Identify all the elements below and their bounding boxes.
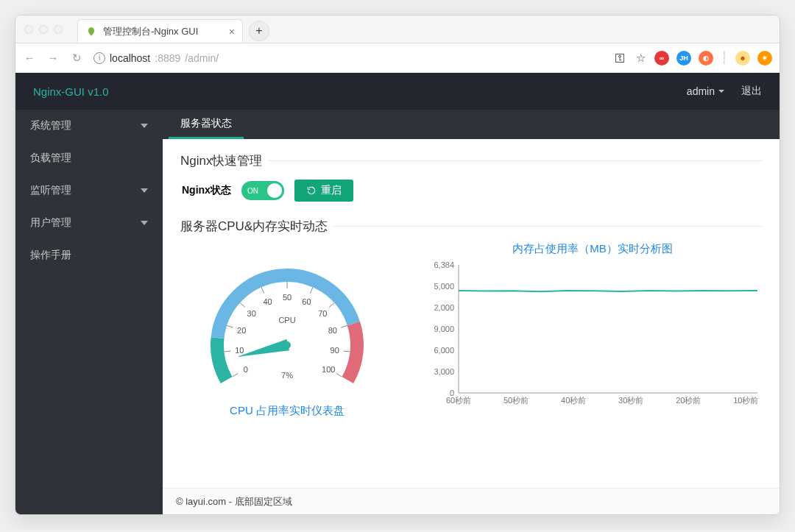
gauge-svg: 0102030405060708090100CPU7%	[191, 242, 383, 397]
svg-text:30: 30	[247, 309, 256, 318]
footer: © layui.com - 底部固定区域	[163, 488, 780, 514]
status-label: Nginx状态	[182, 184, 231, 197]
sidebar-item-listen[interactable]: 监听管理	[15, 174, 163, 207]
svg-point-24	[283, 341, 291, 349]
section-realtime: 服务器CPU&内存实时动态 0102030405060708090100CPU7…	[180, 218, 762, 418]
app-body: 系统管理 负载管理 监听管理 用户管理 操作手册 服务器状态 Nginx快速管理…	[15, 110, 780, 514]
browser-toolbar: ← → ↻ i localhost:8889/admin/ ⚿ ☆ ∞ JH ◐…	[15, 43, 780, 73]
app-topbar: Nginx-GUI v1.0 admin 退出	[15, 73, 780, 110]
sidebar-item-manual[interactable]: 操作手册	[15, 239, 163, 272]
restart-button[interactable]: 重启	[294, 180, 353, 202]
sidebar: 系统管理 负载管理 监听管理 用户管理 操作手册	[15, 110, 163, 514]
svg-text:3,000: 3,000	[434, 367, 454, 376]
svg-text:20秒前: 20秒前	[676, 396, 701, 405]
main: 服务器状态 Nginx快速管理 Nginx状态 ON 重启	[163, 110, 780, 514]
toolbar-right: ⚿ ☆ ∞ JH ◐ ┆ ☻ ✶	[613, 51, 772, 65]
line-title: 内存占使用率（MB）实时分析图	[423, 242, 762, 256]
svg-marker-23	[237, 339, 289, 357]
svg-text:70: 70	[318, 309, 327, 318]
url-port: :8889	[155, 52, 180, 64]
status-switch[interactable]: ON	[241, 181, 284, 200]
window-controls	[24, 25, 77, 43]
svg-line-20	[336, 374, 342, 377]
nginx-status-row: Nginx状态 ON 重启	[180, 169, 762, 205]
tab-title: 管理控制台-Nginx GUI	[103, 25, 198, 38]
ext-icon-2[interactable]: JH	[676, 51, 691, 65]
svg-text:90: 90	[331, 346, 339, 355]
user-menu[interactable]: admin	[687, 85, 725, 97]
chevron-down-icon	[141, 124, 148, 128]
svg-text:10: 10	[235, 346, 244, 355]
sidebar-item-label: 负载管理	[30, 152, 71, 165]
site-info-icon[interactable]: i	[93, 52, 105, 64]
restart-label: 重启	[321, 184, 342, 197]
section-title: 服务器CPU&内存实时动态	[180, 218, 333, 235]
key-icon[interactable]: ⚿	[613, 52, 626, 64]
svg-text:100: 100	[322, 365, 335, 374]
svg-line-0	[233, 374, 239, 377]
new-tab-button[interactable]: +	[249, 21, 269, 41]
svg-text:6,000: 6,000	[434, 346, 454, 355]
svg-line-16	[341, 325, 347, 327]
refresh-icon	[306, 185, 317, 196]
ext-icon-1[interactable]: ∞	[654, 51, 669, 65]
svg-text:2,000: 2,000	[434, 303, 454, 312]
titlebar: 管理控制台-Nginx GUI × +	[15, 15, 780, 43]
sidebar-item-system[interactable]: 系统管理	[15, 110, 163, 142]
sidebar-item-load[interactable]: 负载管理	[15, 142, 163, 174]
forward-icon[interactable]: →	[46, 52, 60, 64]
back-icon[interactable]: ←	[23, 52, 36, 64]
tab-server-status[interactable]: 服务器状态	[169, 110, 244, 139]
url-host: localhost	[110, 52, 150, 64]
ext-icon-3[interactable]: ◐	[699, 51, 713, 65]
chevron-down-icon	[141, 221, 148, 225]
address-bar[interactable]: i localhost:8889/admin/	[93, 52, 603, 64]
svg-text:40: 40	[263, 297, 272, 306]
minimize-dot[interactable]	[39, 25, 48, 34]
svg-text:50秒前: 50秒前	[504, 396, 529, 405]
ext-icon-5[interactable]: ✶	[757, 51, 772, 65]
topbar-right: admin 退出	[687, 85, 762, 98]
content: Nginx快速管理 Nginx状态 ON 重启 服务器CPU&内存实时动态	[163, 139, 780, 488]
svg-text:7%: 7%	[281, 371, 293, 380]
svg-line-14	[329, 302, 334, 307]
user-name: admin	[687, 85, 715, 97]
close-tab-icon[interactable]: ×	[229, 26, 235, 38]
memory-chart: 内存占使用率（MB）实时分析图 6,3845,0002,0009,0006,00…	[423, 242, 762, 418]
ext-icon-4[interactable]: ☻	[735, 51, 750, 65]
svg-line-2	[224, 351, 230, 352]
svg-text:60秒前: 60秒前	[446, 396, 471, 405]
sidebar-item-label: 用户管理	[30, 216, 71, 230]
brand: Nginx-GUI v1.0	[33, 85, 109, 98]
svg-line-12	[310, 287, 313, 293]
chevron-down-icon	[141, 188, 148, 193]
svg-line-18	[344, 351, 350, 352]
svg-text:10秒前: 10秒前	[733, 396, 758, 405]
sidebar-item-user[interactable]: 用户管理	[15, 207, 163, 239]
app: Nginx-GUI v1.0 admin 退出 系统管理 负载管理 监听管理 用…	[15, 73, 780, 514]
close-dot[interactable]	[24, 25, 33, 34]
reload-icon[interactable]: ↻	[70, 52, 83, 65]
cpu-gauge: 0102030405060708090100CPU7% CPU 占用率实时仪表盘	[180, 242, 394, 418]
svg-text:0: 0	[244, 365, 248, 374]
section-quick-manage: Nginx快速管理 Nginx状态 ON 重启	[180, 152, 762, 205]
footer-text: © layui.com - 底部固定区域	[176, 495, 292, 508]
svg-line-6	[240, 302, 245, 307]
zoom-dot[interactable]	[54, 25, 63, 34]
svg-text:20: 20	[237, 326, 246, 335]
svg-text:30秒前: 30秒前	[618, 396, 643, 405]
chevron-down-icon	[718, 88, 725, 95]
logout-link[interactable]: 退出	[741, 85, 762, 98]
url-path: /admin/	[185, 52, 219, 64]
gauge-title: CPU 占用率实时仪表盘	[180, 404, 394, 418]
tab-label: 服务器状态	[180, 117, 232, 130]
svg-line-8	[261, 287, 264, 293]
favicon	[85, 26, 97, 38]
charts-row: 0102030405060708090100CPU7% CPU 占用率实时仪表盘…	[180, 235, 762, 418]
svg-text:60: 60	[302, 297, 311, 306]
sidebar-item-label: 系统管理	[30, 119, 71, 132]
star-icon[interactable]: ☆	[634, 52, 647, 65]
browser-window: 管理控制台-Nginx GUI × + ← → ↻ i localhost:88…	[15, 15, 780, 515]
browser-tab[interactable]: 管理控制台-Nginx GUI ×	[77, 19, 243, 43]
svg-text:5,000: 5,000	[434, 282, 454, 291]
